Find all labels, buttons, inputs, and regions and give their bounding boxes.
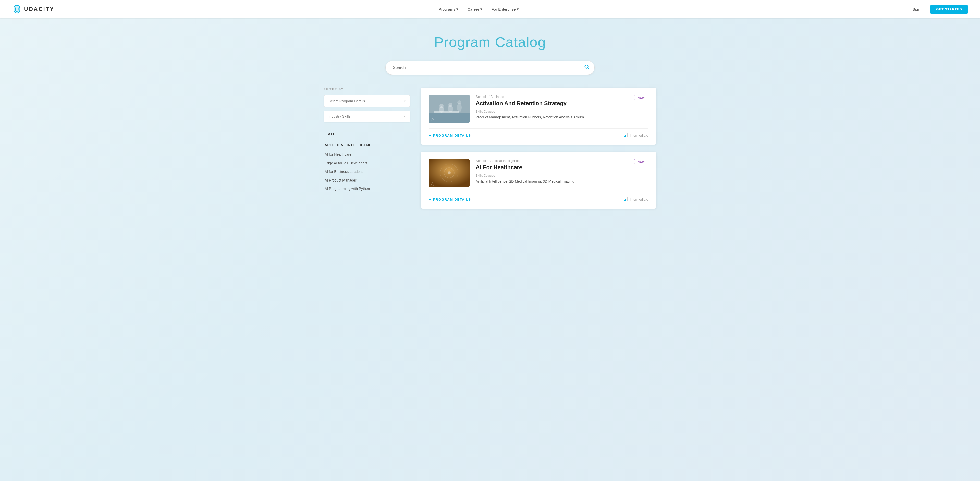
sidebar-item-ai-product-manager[interactable]: AI Product Manager	[324, 176, 410, 185]
level-text: Intermediate	[630, 134, 648, 137]
navbar: UDACITY Programs ▾ Career ▾ For Enterpri…	[0, 0, 980, 18]
program-details-link[interactable]: + PROGRAM DETAILS	[429, 134, 471, 137]
skills-text: Product Management, Activation Funnels, …	[476, 115, 648, 120]
svg-text:⋀: ⋀	[431, 117, 434, 121]
plus-icon: +	[429, 197, 431, 201]
logo[interactable]: UDACITY	[12, 5, 54, 14]
level-indicator: Intermediate	[624, 133, 648, 137]
search-icon	[584, 64, 590, 70]
program-details-filter-label: Select Program Details	[328, 99, 365, 103]
new-badge-healthcare: NEW	[634, 159, 648, 164]
category-all-label: ALL	[328, 132, 335, 136]
page-title: Program Catalog	[324, 34, 656, 50]
new-badge: NEW	[634, 95, 648, 100]
sidebar-item-edge-ai[interactable]: Edge AI for IoT Developers	[324, 159, 410, 168]
program-card-healthcare: ⋀ School of Artificial Intelligence AI F…	[421, 152, 656, 209]
search-input[interactable]	[385, 61, 595, 75]
card-info: School of Business Activation And Retent…	[476, 95, 566, 110]
chevron-down-icon: ▾	[456, 7, 458, 11]
card-title-healthcare: AI For Healthcare	[476, 164, 522, 171]
main-content: Program Catalog FILTER BY Select Program…	[311, 18, 669, 229]
nav-career[interactable]: Career ▾	[468, 7, 482, 11]
svg-point-11	[457, 100, 461, 104]
nav-divider	[528, 6, 528, 13]
svg-point-21	[448, 171, 451, 174]
level-indicator-healthcare: Intermediate	[624, 197, 648, 201]
nav-enterprise[interactable]: For Enterprise ▾	[492, 7, 519, 11]
svg-text:⋀: ⋀	[431, 182, 434, 186]
industry-skills-filter-label: Industry Skills	[328, 115, 350, 118]
sidebar-item-ai-python[interactable]: AI Programming with Python	[324, 185, 410, 193]
card-title: Activation And Retention Strategy	[476, 100, 566, 107]
filter-by-label: FILTER BY	[324, 88, 410, 91]
business-scene-illustration: ⋀	[429, 95, 469, 123]
ai-healthcare-illustration: ⋀	[429, 159, 469, 187]
bar-chart-icon-healthcare	[624, 197, 628, 201]
svg-rect-4	[429, 113, 469, 123]
sign-in-link[interactable]: Sign In	[913, 7, 924, 11]
card-thumbnail-ai: ⋀	[429, 159, 469, 187]
program-details-link-healthcare[interactable]: + PROGRAM DETAILS	[429, 197, 471, 201]
category-nav: ALL ARTIFICIAL INTELLIGENCE AI for Healt…	[324, 130, 410, 193]
card-info-healthcare: School of Artificial Intelligence AI For…	[476, 159, 522, 174]
svg-point-9	[449, 103, 452, 107]
udacity-logo-icon	[12, 5, 21, 14]
catalog-layout: FILTER BY Select Program Details ▾ Indus…	[324, 88, 656, 209]
chevron-down-icon: ▾	[480, 7, 482, 11]
program-details-filter[interactable]: Select Program Details ▾	[324, 95, 410, 107]
card-footer: + PROGRAM DETAILS Intermediate	[429, 128, 648, 137]
search-button[interactable]	[584, 64, 590, 71]
chevron-down-icon: ▾	[404, 115, 406, 118]
search-container	[385, 61, 595, 75]
program-details-label: PROGRAM DETAILS	[433, 134, 471, 137]
nav-programs[interactable]: Programs ▾	[439, 7, 458, 11]
chevron-down-icon: ▾	[517, 7, 519, 11]
bar-chart-icon	[624, 133, 628, 137]
chevron-down-icon: ▾	[404, 99, 406, 103]
sidebar-item-ai-healthcare[interactable]: AI for Healthcare	[324, 150, 410, 159]
nav-right: Sign In GET STARTED	[913, 5, 968, 14]
card-content-activation: School of Business Activation And Retent…	[476, 95, 648, 120]
level-text-healthcare: Intermediate	[630, 197, 648, 201]
sidebar-item-ai-business[interactable]: AI for Business Leaders	[324, 167, 410, 176]
industry-skills-filter[interactable]: Industry Skills ▾	[324, 111, 410, 122]
get-started-button[interactable]: GET STARTED	[931, 5, 968, 14]
ai-section-title: ARTIFICIAL INTELLIGENCE	[324, 143, 410, 147]
card-top-healthcare: ⋀ School of Artificial Intelligence AI F…	[429, 159, 648, 187]
card-school: School of Business	[476, 95, 566, 99]
svg-point-7	[439, 104, 444, 108]
skills-label-healthcare: Skills Covered	[476, 174, 648, 177]
sidebar: FILTER BY Select Program Details ▾ Indus…	[324, 88, 410, 193]
programs-list: ⋀ School of Business Activation And Rete…	[421, 88, 656, 209]
skills-label: Skills Covered	[476, 110, 648, 113]
program-card-activation: ⋀ School of Business Activation And Rete…	[421, 88, 656, 145]
card-top: ⋀ School of Business Activation And Rete…	[429, 95, 648, 123]
card-header-row: School of Business Activation And Retent…	[476, 95, 648, 110]
svg-line-1	[588, 68, 589, 69]
logo-text: UDACITY	[24, 6, 54, 13]
card-thumbnail-business: ⋀	[429, 95, 469, 123]
card-school-ai: School of Artificial Intelligence	[476, 159, 522, 162]
card-content-healthcare: School of Artificial Intelligence AI For…	[476, 159, 648, 184]
card-footer-healthcare: + PROGRAM DETAILS Intermediate	[429, 193, 648, 201]
plus-icon: +	[429, 134, 431, 137]
nav-center: Programs ▾ Career ▾ For Enterprise ▾	[439, 6, 528, 13]
svg-rect-5	[434, 111, 460, 113]
program-details-label-healthcare: PROGRAM DETAILS	[433, 197, 471, 201]
category-all[interactable]: ALL	[324, 130, 410, 137]
card-header-row-healthcare: School of Artificial Intelligence AI For…	[476, 159, 648, 174]
skills-text-healthcare: Artificial Intelligence, 2D Medical Imag…	[476, 178, 648, 184]
